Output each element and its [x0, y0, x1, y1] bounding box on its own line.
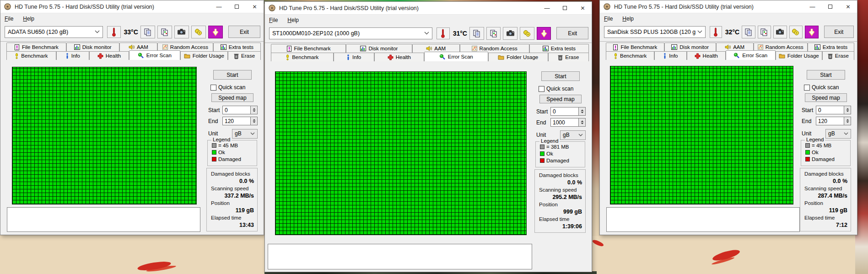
purchase-button[interactable]	[789, 26, 803, 38]
start-spinner[interactable]	[844, 106, 851, 114]
copy-text-button[interactable]	[469, 27, 484, 40]
start-input[interactable]	[816, 106, 844, 114]
speed-map-button[interactable]: Speed map	[211, 93, 253, 102]
maximize-button[interactable]	[228, 0, 246, 13]
tab-benchmark[interactable]: Benchmark	[6, 51, 56, 60]
menu-file[interactable]: File	[4, 15, 17, 23]
quick-scan-checkbox[interactable]	[804, 85, 810, 91]
legend-block-size: = 45 MB	[805, 142, 850, 149]
temperature-button[interactable]	[437, 27, 450, 39]
tab-extra-tests[interactable]: Extra tests	[808, 43, 854, 51]
tab-extra-tests[interactable]: Extra tests	[213, 43, 261, 51]
temperature-button[interactable]	[710, 26, 722, 38]
minimize-button[interactable]: —	[538, 2, 556, 14]
tab-info[interactable]: Info	[334, 53, 374, 61]
copy-image-button[interactable]	[157, 26, 172, 38]
quick-scan-checkbox[interactable]	[210, 85, 216, 91]
speed-map-button[interactable]: Speed map	[539, 95, 582, 103]
screenshot-button[interactable]	[773, 26, 787, 38]
minimize-button[interactable]: —	[803, 0, 821, 13]
tab-folder-usage[interactable]: Folder Usage	[488, 53, 548, 61]
end-input[interactable]	[816, 117, 844, 125]
tab-health[interactable]: Health	[89, 51, 129, 60]
end-spinner[interactable]	[844, 117, 851, 125]
end-field-label: End	[208, 118, 222, 124]
tab-file-benchmark[interactable]: File Benchmark	[606, 43, 664, 51]
tab-info[interactable]: Info	[56, 51, 89, 60]
download-button[interactable]	[537, 27, 551, 40]
title-bar[interactable]: HD Tune Pro 5.75 - Hard Disk/SSD Utility…	[600, 0, 857, 13]
tab-disk-monitor[interactable]: Disk monitor	[346, 44, 412, 53]
copy-image-button[interactable]	[758, 26, 771, 38]
start-spinner[interactable]	[251, 106, 258, 114]
tab-erase[interactable]: Erase	[822, 51, 854, 60]
screenshot-button[interactable]	[174, 26, 189, 38]
unit-select[interactable]: gB	[825, 129, 851, 139]
purchase-button[interactable]	[520, 27, 534, 40]
drive-select[interactable]: SanDisk SSD PLUS 120GB (120 gB)	[604, 26, 706, 38]
start-input[interactable]	[222, 106, 251, 114]
end-input[interactable]	[222, 117, 251, 125]
tab-file-benchmark[interactable]: File Benchmark	[271, 44, 346, 53]
tab-file-benchmark[interactable]: File Benchmark	[6, 43, 66, 51]
close-button[interactable]: ✕	[574, 2, 592, 14]
tab-info[interactable]: Info	[654, 51, 686, 60]
copy-text-button[interactable]	[140, 26, 155, 38]
menu-file[interactable]: File	[268, 16, 282, 24]
download-arrow-icon	[808, 28, 815, 36]
download-button[interactable]	[208, 26, 223, 38]
tab-health[interactable]: Health	[374, 53, 424, 61]
health-cross-icon	[695, 53, 701, 59]
tab-error-scan[interactable]: Error Scan	[424, 52, 488, 61]
speed-map-button[interactable]: Speed map	[805, 93, 847, 102]
unit-select[interactable]: gB	[560, 130, 586, 140]
exit-button[interactable]: Exit	[824, 26, 854, 38]
maximize-button[interactable]	[556, 2, 574, 14]
end-spinner[interactable]	[251, 117, 258, 125]
exit-button[interactable]: Exit	[228, 26, 260, 38]
extra-tests-icon	[221, 44, 226, 50]
menu-help[interactable]: Help	[22, 15, 38, 23]
drive-select[interactable]: ADATA SU650 (120 gB)	[5, 26, 103, 38]
copy-image-button[interactable]	[486, 27, 501, 40]
title-bar[interactable]: HD Tune Pro 5.75 - Hard Disk/SSD Utility…	[265, 2, 592, 15]
tab-erase[interactable]: Erase	[548, 53, 589, 61]
tab-health[interactable]: Health	[687, 51, 726, 60]
start-scan-button[interactable]: Start	[541, 71, 580, 81]
screenshot-button[interactable]	[503, 27, 518, 40]
menu-file[interactable]: File	[603, 15, 617, 23]
minimize-button[interactable]: —	[210, 0, 228, 13]
start-spinner[interactable]	[579, 107, 586, 116]
tab-folder-usage[interactable]: Folder Usage	[776, 51, 822, 60]
close-button[interactable]: ✕	[246, 0, 264, 13]
tab-extra-tests[interactable]: Extra tests	[529, 44, 589, 53]
drive-select[interactable]: ST1000DM010-2EP102 (1000 gB)	[269, 27, 432, 39]
copy-text-button[interactable]	[742, 26, 755, 38]
start-scan-button[interactable]: Start	[807, 70, 845, 80]
tab-error-scan[interactable]: Error Scan	[726, 50, 776, 60]
tab-benchmark[interactable]: Benchmark	[606, 51, 654, 60]
chevron-down-icon	[250, 132, 255, 135]
menu-help[interactable]: Help	[621, 15, 638, 23]
tab-error-scan[interactable]: Error Scan	[129, 50, 180, 60]
tab-erase[interactable]: Erase	[228, 51, 261, 60]
tab-disk-monitor[interactable]: Disk monitor	[664, 43, 716, 51]
purchase-button[interactable]	[191, 26, 206, 38]
menu-help[interactable]: Help	[286, 16, 303, 24]
download-button[interactable]	[805, 26, 818, 38]
start-scan-button[interactable]: Start	[213, 70, 252, 80]
tab-disk-monitor[interactable]: Disk monitor	[66, 43, 119, 51]
tab-benchmark[interactable]: Benchmark	[271, 53, 334, 61]
title-bar[interactable]: HD Tune Pro 5.75 - Hard Disk/SSD Utility…	[0, 0, 264, 13]
unit-select[interactable]: gB	[232, 129, 258, 139]
maximize-button[interactable]	[821, 0, 839, 13]
quick-scan-checkbox[interactable]	[539, 86, 545, 92]
temperature-button[interactable]	[107, 26, 120, 38]
start-input[interactable]	[550, 107, 579, 116]
close-button[interactable]: ✕	[839, 0, 857, 13]
tab-folder-usage[interactable]: Folder Usage	[180, 51, 228, 60]
end-spinner[interactable]	[579, 118, 586, 127]
end-input[interactable]	[550, 118, 579, 127]
exit-button[interactable]: Exit	[556, 27, 588, 39]
tab-label: Disk monitor	[679, 44, 709, 50]
